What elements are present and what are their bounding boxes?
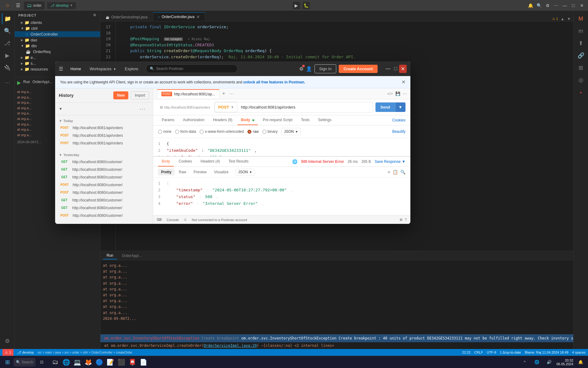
ide-minimize[interactable]: —	[561, 2, 568, 9]
response-format-select[interactable]: JSON ▼	[236, 169, 255, 175]
tab-nav-down[interactable]: ▼	[567, 17, 571, 21]
ide-project-tab[interactable]: 🗂 order	[24, 2, 45, 10]
nav-explore[interactable]: Explore	[121, 65, 142, 73]
ide-close[interactable]: ✕	[578, 2, 586, 9]
search-taskbar[interactable]: 🔍 Search	[13, 358, 36, 366]
history-item-3[interactable]: POST http://localhost:8081/api/orders	[55, 139, 153, 147]
postman-user-icon[interactable]: 👤	[306, 66, 312, 72]
taskbar-notifications[interactable]: 🔔	[576, 357, 586, 367]
tab-close-icon[interactable]: ✕	[196, 14, 200, 19]
hist-get-1[interactable]: GET http://localhost:8080/customer/	[55, 158, 153, 166]
body-tab[interactable]: Body	[237, 115, 258, 125]
tree-item-ordercontroller[interactable]: ○ OrderController	[15, 31, 100, 37]
import-button[interactable]: Import	[131, 91, 149, 99]
taskbar-firefox[interactable]: 🦊	[83, 357, 93, 367]
status-vcs[interactable]: 1 Δ/up-to-date	[500, 351, 521, 354]
copy-response-icon[interactable]: 📋	[393, 170, 398, 174]
postman-menu-icon[interactable]: ☰	[59, 66, 63, 72]
sign-in-button[interactable]: Sign In	[315, 64, 336, 73]
info-banner-link[interactable]: unlock all free features in Postman.	[243, 80, 305, 84]
ide-maximize[interactable]: □	[570, 2, 577, 9]
taskbar-volume[interactable]: 🔊	[544, 357, 554, 367]
taskbar-vscode[interactable]: 📝	[105, 357, 115, 367]
hist-post-2[interactable]: POST http://localhost:8080/customer/	[55, 189, 153, 196]
tree-item-e[interactable]: ▶ 📁 e...	[15, 55, 100, 60]
postman-minimize[interactable]: —	[384, 65, 392, 73]
resp-tab-test-results[interactable]: Test Results	[225, 157, 252, 167]
taskbar-terminal[interactable]: ⬛	[116, 357, 126, 367]
more-request-tabs[interactable]: ⋯	[228, 91, 235, 97]
pre-request-tab[interactable]: Pre-request Script	[259, 115, 296, 125]
send-dropdown-button[interactable]: ▼	[395, 102, 405, 112]
run-play-icon[interactable]: ▶	[17, 80, 21, 86]
request-more[interactable]: ⋯	[403, 91, 407, 96]
create-account-button[interactable]: Create Account	[339, 65, 378, 73]
fmt-pretty[interactable]: Pretty	[158, 169, 175, 175]
help-icon[interactable]: ?	[405, 218, 407, 222]
request-body-content[interactable]: 1 { 2 "itemSkuCode":"DE342GES34233111", …	[153, 138, 410, 156]
nav-home[interactable]: Home	[67, 65, 85, 73]
sidebar-icon-explorer[interactable]: 📁	[2, 13, 13, 24]
option-raw[interactable]: raw	[247, 129, 258, 134]
taskbar-file-explorer[interactable]: 🗂	[50, 357, 60, 367]
more-dots-icon[interactable]: ⋯	[139, 105, 145, 113]
right-icon-4[interactable]: 🔗	[575, 50, 586, 61]
taskbar-intellij[interactable]: 💻	[72, 357, 82, 367]
right-icon-2[interactable]: m	[575, 25, 586, 36]
new-button[interactable]: New	[113, 91, 128, 99]
right-icon-1[interactable]: M	[575, 13, 586, 24]
save-icon[interactable]: 💾	[395, 91, 400, 96]
settings-tab[interactable]: Settings	[315, 115, 335, 125]
tree-item-ctrlr[interactable]: ▼ 📁 ctrlr	[15, 25, 100, 31]
history-item-2[interactable]: POST http://localhost:8081/api/orders	[55, 132, 153, 139]
hist-post-3[interactable]: POST http://localhost:8080/customer/	[55, 212, 153, 219]
option-form-data[interactable]: form-data	[175, 129, 196, 134]
ide-settings[interactable]: ⚙	[544, 2, 551, 9]
postman-close[interactable]: ✕	[399, 65, 407, 73]
sidebar-icon-plugins[interactable]: 🔌	[2, 62, 13, 73]
beautify-button[interactable]: Beautify	[392, 129, 405, 134]
tab-ordercontroller[interactable]: ○ OrderController.java ✕	[153, 12, 205, 21]
taskbar-network[interactable]: 🌐	[532, 357, 542, 367]
ide-branch-tab[interactable]: ⎇ develop ▼	[47, 2, 76, 9]
search-response-icon[interactable]: 🔍	[400, 170, 405, 174]
sidebar-icon-search[interactable]: 🔍	[2, 25, 13, 36]
radio-urlencoded[interactable]	[200, 130, 204, 134]
sidebar-icon-more[interactable]: ⋯	[2, 77, 13, 88]
sidebar-icon-run[interactable]: ▶	[2, 50, 13, 61]
status-error-indicator[interactable]: ⚠ 1	[2, 349, 13, 356]
hist-post-1[interactable]: POST http://localhost:8080/customer/	[55, 181, 153, 189]
exception-class[interactable]: om.order.svc.InventoryShortOfStockExcept…	[104, 336, 199, 340]
task-view[interactable]: ⊡	[37, 357, 47, 367]
right-icon-3[interactable]: ⬆	[575, 38, 586, 49]
status-charset[interactable]: UTF-8	[487, 351, 496, 354]
taskbar-word[interactable]: 📄	[138, 357, 148, 367]
ide-run-btn[interactable]: ▶	[293, 2, 300, 9]
status-line-col[interactable]: 22:22	[462, 351, 471, 354]
resp-tab-headers[interactable]: Headers (4)	[197, 157, 224, 167]
start-button[interactable]: ⊞	[2, 357, 12, 367]
add-request-tab[interactable]: +	[221, 90, 227, 97]
filter-button[interactable]: ▼	[59, 107, 62, 111]
ide-debug-btn[interactable]: 🐛	[303, 2, 310, 9]
headers-tab[interactable]: Headers (9)	[209, 115, 236, 125]
right-icon-7[interactable]: ●	[575, 87, 586, 98]
word-wrap-icon[interactable]: ≡	[388, 170, 390, 174]
authorization-tab[interactable]: Authorization	[179, 115, 208, 125]
status-crlf[interactable]: CRLF	[474, 351, 483, 354]
response-body[interactable]: 1 { 2 "timestamp": "2024-05-06T18:27:27.…	[153, 178, 410, 215]
url-input[interactable]	[237, 102, 373, 112]
radio-none[interactable]	[158, 130, 162, 134]
method-dropdown[interactable]: POST ▼	[215, 102, 237, 112]
postman-search-box[interactable]: 🔍 Search Postman	[146, 64, 238, 73]
bottom-panel-content[interactable]: at org.a... at org.a... at org.a... at o…	[100, 260, 573, 334]
radio-form-data[interactable]	[175, 130, 179, 134]
fmt-raw[interactable]: Raw	[176, 169, 189, 175]
option-urlencoded[interactable]: x-www-form-urlencoded	[200, 129, 244, 134]
console-label[interactable]: Console	[167, 218, 179, 222]
save-response-button[interactable]: Save Response ▼	[375, 159, 405, 164]
status-branch[interactable]: ⎇ develop	[17, 351, 34, 355]
expand-icon[interactable]: ⊞	[400, 218, 402, 222]
format-select[interactable]: JSON ▼	[281, 128, 301, 135]
sidebar-icon-bottom-more[interactable]: ⚙	[2, 335, 13, 347]
